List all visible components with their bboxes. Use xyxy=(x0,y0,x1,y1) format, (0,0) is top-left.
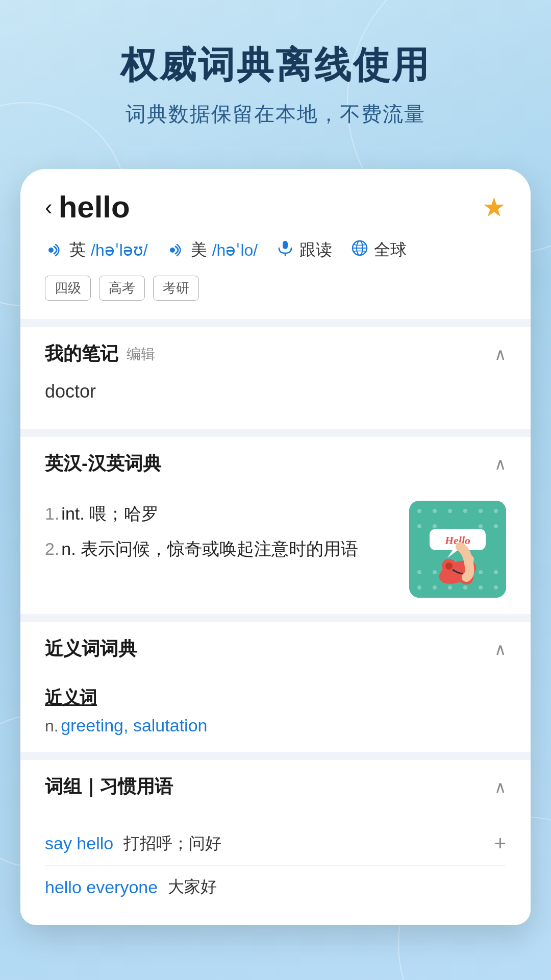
def-text-1: 1.int. 喂；哈罗 xyxy=(45,504,159,523)
svg-point-17 xyxy=(494,524,498,528)
american-label: 美 xyxy=(191,239,207,261)
american-sound-icon xyxy=(166,240,186,260)
phrase-word-2[interactable]: hello everyone xyxy=(45,877,158,897)
hero-subtitle: 词典数据保留在本地，不费流量 xyxy=(31,100,520,128)
tag-level4: 四级 xyxy=(45,276,91,301)
def-text-2: 2.n. 表示问候，惊奇或唤起注意时的用语 xyxy=(45,539,358,558)
tag-kaoyan: 考研 xyxy=(153,276,199,301)
phrases-section: 词组｜习惯用语 ∧ say hello 打招呼；问好 + hello every… xyxy=(20,760,531,925)
phrase-meaning-1: 打招呼；问好 xyxy=(123,832,221,855)
svg-point-26 xyxy=(479,585,483,590)
svg-point-11 xyxy=(463,509,467,513)
svg-point-10 xyxy=(448,509,452,513)
mic-icon xyxy=(276,239,294,261)
svg-point-14 xyxy=(417,524,421,528)
svg-point-8 xyxy=(417,509,421,513)
dictionary-header[interactable]: 英汉-汉英词典 ∧ xyxy=(20,437,531,491)
british-label: 英 xyxy=(69,239,86,261)
synonyms-content: 近义词 n. greeting, salutation xyxy=(20,676,531,752)
favorite-star-icon[interactable]: ★ xyxy=(482,192,506,223)
synonyms-chevron-icon: ∧ xyxy=(494,640,506,659)
svg-point-12 xyxy=(479,509,483,513)
my-notes-section: 我的笔记 编辑 ∧ doctor xyxy=(20,327,531,429)
my-notes-header[interactable]: 我的笔记 编辑 ∧ xyxy=(20,327,531,381)
svg-point-0 xyxy=(48,248,54,253)
svg-point-25 xyxy=(463,585,467,590)
notes-word: doctor xyxy=(45,381,506,412)
synonyms-title: 近义词词典 xyxy=(45,636,137,662)
hero-title: 权威词典离线使用 xyxy=(31,41,520,90)
hello-illustration: Hello xyxy=(409,501,506,598)
hero-section: 权威词典离线使用 词典数据保留在本地，不费流量 xyxy=(0,0,551,159)
dictionary-card: ‹ hello ★ 英 /həˈləʊ/ xyxy=(20,169,531,925)
global-button[interactable]: 全球 xyxy=(350,239,407,261)
phrases-content: say hello 打招呼；问好 + hello everyone 大家好 xyxy=(20,814,531,925)
edit-notes-button[interactable]: 编辑 xyxy=(127,345,155,364)
definition-2: 2.n. 表示问候，惊奇或唤起注意时的用语 xyxy=(45,536,397,562)
american-phonetic: /həˈlo/ xyxy=(212,240,258,260)
phrase-word-1[interactable]: say hello xyxy=(45,834,113,853)
word-nav: ‹ hello xyxy=(45,189,130,225)
phrases-chevron-icon: ∧ xyxy=(494,777,506,797)
phone-svg: Hello xyxy=(409,501,506,598)
dictionary-section: 英汉-汉英词典 ∧ 1.int. 喂；哈罗 2.n. 表示问候，惊奇或唤起注意时… xyxy=(20,437,531,614)
def-part-1: int. xyxy=(61,504,84,523)
synonyms-section: 近义词词典 ∧ 近义词 n. greeting, salutation xyxy=(20,622,531,752)
synonyms-words[interactable]: greeting, salutation xyxy=(61,716,207,735)
definition-1: 1.int. 喂；哈罗 xyxy=(45,501,397,527)
tags-row: 四级 高考 考研 xyxy=(45,276,506,301)
phrase-left-2: hello everyone 大家好 xyxy=(45,876,217,898)
my-notes-content: doctor xyxy=(20,381,531,429)
phrases-title: 词组｜习惯用语 xyxy=(45,774,173,799)
def-meaning-2: 表示问候，惊奇或唤起注意时的用语 xyxy=(81,539,358,558)
svg-point-27 xyxy=(494,585,498,590)
dictionary-chevron-icon: ∧ xyxy=(494,454,506,474)
phrase-meaning-2: 大家好 xyxy=(168,876,217,898)
follow-read-button[interactable]: 跟读 xyxy=(276,239,332,261)
svg-point-24 xyxy=(448,585,452,590)
phrase-item-say-hello: say hello 打招呼；问好 + xyxy=(45,822,506,866)
svg-point-20 xyxy=(479,570,483,574)
def-part-2: n. xyxy=(61,539,76,558)
british-phonetic: /həˈləʊ/ xyxy=(91,240,148,260)
american-pronunciation[interactable]: 美 /həˈlo/ xyxy=(166,239,258,261)
my-notes-chevron-icon: ∧ xyxy=(494,345,506,364)
phrases-header[interactable]: 词组｜习惯用语 ∧ xyxy=(20,760,531,814)
definitions-list: 1.int. 喂；哈罗 2.n. 表示问候，惊奇或唤起注意时的用语 xyxy=(45,501,397,571)
svg-point-34 xyxy=(445,562,453,570)
def-num-1: 1. xyxy=(45,504,59,523)
svg-point-13 xyxy=(494,509,498,513)
svg-point-15 xyxy=(433,524,437,528)
svg-point-19 xyxy=(433,570,437,574)
svg-rect-2 xyxy=(283,241,288,249)
british-sound-icon xyxy=(45,240,64,260)
synonyms-label: 近义词 xyxy=(45,686,506,709)
global-icon xyxy=(350,239,369,261)
synonyms-part-of-speech: n. xyxy=(45,717,59,735)
word-top-row: ‹ hello ★ xyxy=(45,189,506,225)
tag-gaokao: 高考 xyxy=(99,276,145,301)
add-phrase-1-button[interactable]: + xyxy=(494,832,506,855)
word-title: hello xyxy=(59,189,130,225)
svg-point-16 xyxy=(479,524,483,528)
back-button[interactable]: ‹ xyxy=(45,196,53,218)
def-num-2: 2. xyxy=(45,539,59,558)
word-header: ‹ hello ★ 英 /həˈləʊ/ xyxy=(20,169,531,319)
svg-point-23 xyxy=(433,585,437,590)
svg-point-1 xyxy=(170,248,175,253)
synonyms-header[interactable]: 近义词词典 ∧ xyxy=(20,622,531,676)
follow-read-label: 跟读 xyxy=(299,239,332,261)
pronunciation-row: 英 /həˈləʊ/ 美 /həˈlo/ xyxy=(45,239,506,261)
my-notes-title: 我的笔记 xyxy=(45,341,118,366)
def-meaning-1: 喂；哈罗 xyxy=(89,504,159,523)
svg-point-9 xyxy=(433,509,437,513)
dictionary-content: 1.int. 喂；哈罗 2.n. 表示问候，惊奇或唤起注意时的用语 xyxy=(20,491,531,614)
my-notes-title-group: 我的笔记 编辑 xyxy=(45,341,155,366)
svg-point-36 xyxy=(465,555,474,564)
phrase-left-1: say hello 打招呼；问好 xyxy=(45,832,221,855)
british-pronunciation[interactable]: 英 /həˈləʊ/ xyxy=(45,239,148,261)
svg-point-18 xyxy=(417,570,421,574)
phrase-item-hello-everyone: hello everyone 大家好 xyxy=(45,866,506,909)
global-label: 全球 xyxy=(374,239,407,261)
svg-point-21 xyxy=(494,570,498,574)
